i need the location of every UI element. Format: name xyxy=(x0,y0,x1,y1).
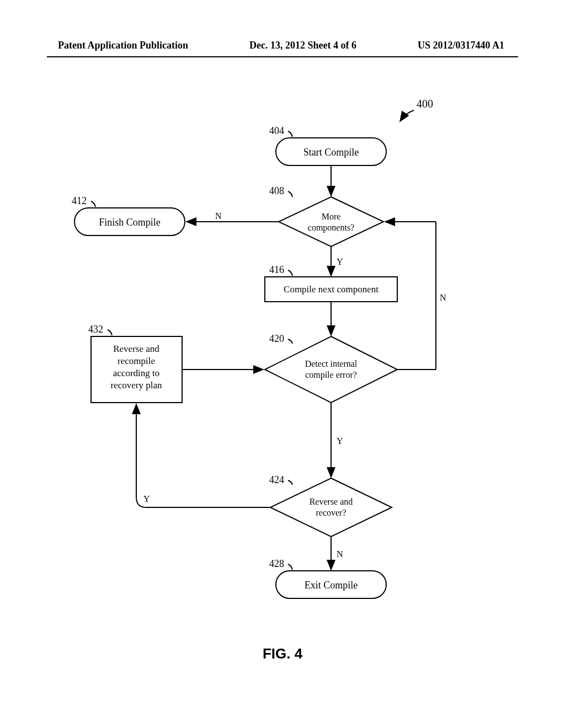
flow-ref-label: 400 xyxy=(417,98,433,110)
node-408-label-1: More xyxy=(322,212,341,221)
ref-404: 404 xyxy=(269,125,284,136)
ref-420: 420 xyxy=(269,333,284,344)
node-412-label: Finish Compile xyxy=(99,217,161,228)
edge-408-412-label: N xyxy=(215,211,222,221)
ref-432: 432 xyxy=(88,324,103,335)
ref-412: 412 xyxy=(72,195,87,206)
node-432-label-1: Reverse and xyxy=(113,344,159,354)
svg-marker-9 xyxy=(265,336,397,403)
header-divider xyxy=(47,56,518,57)
svg-marker-3 xyxy=(279,197,383,247)
ref-428: 428 xyxy=(269,558,284,569)
header-center: Dec. 13, 2012 Sheet 4 of 6 xyxy=(249,40,356,51)
node-432-label-4: recovery plan xyxy=(111,380,162,390)
node-408-label-2: components? xyxy=(308,223,354,233)
svg-marker-16 xyxy=(270,478,392,537)
node-404-label: Start Compile xyxy=(303,147,359,158)
flowchart-diagram: 400 Start Compile 404 More components? 4… xyxy=(0,72,565,623)
node-420-label-2: compile error? xyxy=(305,370,357,380)
edge-420-408-label: N xyxy=(440,293,446,302)
edge-408-416-label: Y xyxy=(337,257,343,266)
node-424-label-2: recover? xyxy=(316,508,346,517)
edge-420-424-label: Y xyxy=(337,436,343,446)
node-424-label-1: Reverse and xyxy=(310,497,353,506)
node-420-label-1: Detect internal xyxy=(305,359,358,368)
node-432-label-3: according to xyxy=(113,368,160,378)
node-432-label-2: recompile xyxy=(118,356,155,366)
node-428-label: Exit Compile xyxy=(305,580,358,591)
edge-424-428-label: N xyxy=(337,549,343,559)
ref-408: 408 xyxy=(269,185,284,196)
node-416-label: Compile next component xyxy=(284,284,379,295)
ref-424: 424 xyxy=(269,474,284,485)
header-left: Patent Application Publication xyxy=(58,40,188,51)
figure-label: FIG. 4 xyxy=(0,645,565,662)
header-right: US 2012/0317440 A1 xyxy=(418,40,504,51)
edge-424-432-label: Y xyxy=(143,494,150,504)
ref-416: 416 xyxy=(269,264,284,275)
